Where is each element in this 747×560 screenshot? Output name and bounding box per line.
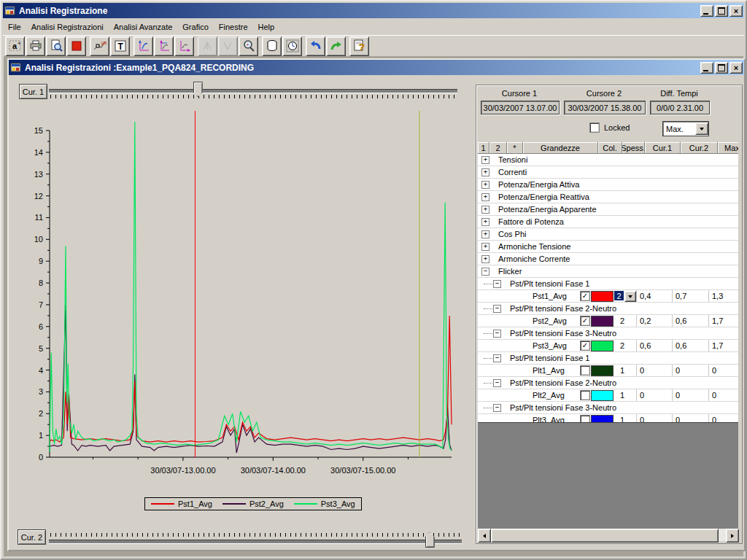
grid-header-max[interactable]: Max. xyxy=(718,142,738,154)
channel-visible-checkbox[interactable]: ✓ xyxy=(580,316,590,326)
menu-item-analisi-registrazioni[interactable]: Analisi Registrazioni xyxy=(26,20,109,34)
horizontal-scrollbar[interactable] xyxy=(478,529,739,541)
collapse-icon[interactable]: − xyxy=(493,330,501,338)
mode-dropdown[interactable]: Max. xyxy=(662,121,709,136)
main-titlebar[interactable]: Analisi Registrazione × xyxy=(3,3,744,18)
channel-visible-checkbox[interactable] xyxy=(580,390,590,400)
grid-row-pst3_avg[interactable]: Pst3_Avg✓20,60,61,7 xyxy=(478,340,738,352)
cursor1-slider-track[interactable] xyxy=(49,89,457,93)
collapse-icon[interactable]: − xyxy=(493,404,501,412)
thickness-dropdown-button[interactable] xyxy=(624,291,636,302)
channel-visible-checkbox[interactable] xyxy=(580,415,590,422)
grid-row[interactable]: +Fattore di Potenza xyxy=(478,216,738,228)
grid-row[interactable]: −Pst/Plt tensioni Fase 1 xyxy=(478,352,738,365)
cursor-tool-button[interactable]: µs xyxy=(90,36,109,56)
grid-row-pst1_avg[interactable]: Pst1_Avg✓20,40,71,3 xyxy=(478,290,738,303)
scroll-left-button[interactable] xyxy=(478,529,491,542)
grid-row[interactable]: +Potenza/Energia Apparente xyxy=(478,203,738,216)
help-button[interactable]: ? xyxy=(349,36,369,56)
grid-row[interactable]: −Pst/Plt tensioni Fase 3-Neutro xyxy=(478,327,738,340)
color-swatch[interactable] xyxy=(591,341,614,351)
color-swatch[interactable] xyxy=(591,316,614,327)
grid-row-plt1_avg[interactable]: Plt1_Avg1000 xyxy=(478,365,738,377)
channel-visible-checkbox[interactable]: ✓ xyxy=(580,291,590,301)
collapse-icon[interactable]: − xyxy=(493,305,501,313)
mode-dropdown-button[interactable] xyxy=(695,122,708,135)
grid-row[interactable]: +Potenza/Energia Attiva xyxy=(478,179,738,191)
collapse-icon[interactable]: − xyxy=(493,280,501,288)
grid-header-cur2[interactable]: Cur.2 xyxy=(681,142,718,154)
zoom-button[interactable]: + xyxy=(239,36,258,56)
color-swatch[interactable] xyxy=(591,365,614,376)
expand-icon[interactable]: + xyxy=(481,156,489,164)
axis-scale-y2-button[interactable] xyxy=(154,36,174,56)
grid-header-spess[interactable]: Spess. xyxy=(622,142,645,154)
color-swatch[interactable] xyxy=(591,291,614,302)
scrollbar-thumb[interactable] xyxy=(491,529,719,542)
child-close-button[interactable]: × xyxy=(729,62,743,74)
collapse-icon[interactable]: − xyxy=(493,354,501,362)
grid-row[interactable]: +Armoniche Corrente xyxy=(478,253,738,265)
axis-scale-x-button[interactable] xyxy=(174,36,194,56)
child-minimize-button[interactable] xyxy=(700,62,713,74)
color-swatch[interactable] xyxy=(591,390,614,401)
expand-icon[interactable]: + xyxy=(481,193,489,201)
child-titlebar[interactable]: Analisi Registrazioni :Example1_PQA824_R… xyxy=(9,60,744,75)
expand-icon[interactable]: + xyxy=(481,255,489,263)
thickness-value[interactable]: 2 xyxy=(620,316,624,325)
child-maximize-button[interactable] xyxy=(715,62,728,74)
grid-row-plt3_avg[interactable]: Plt3_Avg1000 xyxy=(478,414,738,422)
expand-icon[interactable]: + xyxy=(481,243,489,251)
expand-icon[interactable]: + xyxy=(481,230,489,238)
expand-icon[interactable]: + xyxy=(481,206,489,214)
menu-item-grafico[interactable]: Grafico xyxy=(177,20,213,34)
thickness-value-selected[interactable]: 2 xyxy=(614,291,624,300)
cursor2-slider-track[interactable] xyxy=(49,540,462,544)
grid-header-2[interactable]: 2 xyxy=(489,142,507,154)
print-button[interactable] xyxy=(26,36,45,56)
record-stop-button[interactable] xyxy=(66,36,86,56)
thickness-value[interactable]: 1 xyxy=(620,391,624,400)
thickness-value[interactable]: 1 xyxy=(620,416,624,422)
grid-row[interactable]: −Flicker xyxy=(478,265,738,278)
grid-row[interactable]: +Potenza/Energia Reattiva xyxy=(478,191,738,203)
grid-header-1[interactable]: 1 xyxy=(478,142,489,154)
expand-icon[interactable]: + xyxy=(481,218,489,226)
axis-scale-y-button[interactable] xyxy=(133,36,153,56)
grid-row[interactable]: +Armoniche Tensione xyxy=(478,241,738,253)
thickness-value[interactable]: 1 xyxy=(620,366,624,375)
minimize-button[interactable] xyxy=(700,5,713,17)
locked-control[interactable]: Locked xyxy=(589,122,630,133)
text-tool-button[interactable]: T xyxy=(110,36,130,56)
grid-header-grandezze[interactable]: Grandezze xyxy=(523,142,598,154)
expand-icon[interactable]: + xyxy=(481,168,489,176)
database-button[interactable] xyxy=(262,36,282,56)
grid-row[interactable]: +Cos Phi xyxy=(478,228,738,241)
grid-row[interactable]: −Pst/Plt tensioni Fase 1 xyxy=(478,278,738,290)
color-swatch[interactable] xyxy=(591,415,614,422)
grid-row[interactable]: −Pst/Plt tensioni Fase 3-Neutro xyxy=(478,402,738,414)
grid-header-[interactable]: * xyxy=(507,142,523,154)
text-annotation-button[interactable]: a+ xyxy=(5,36,25,56)
channel-visible-checkbox[interactable]: ✓ xyxy=(580,341,590,351)
grid-row[interactable]: −Pst/Plt tensioni Fase 2-Neutro xyxy=(478,377,738,389)
maximize-button[interactable] xyxy=(715,5,728,17)
menu-item-analisi-avanzate[interactable]: Analisi Avanzate xyxy=(109,20,178,34)
collapse-icon[interactable]: − xyxy=(481,268,489,276)
menu-item-help[interactable]: Help xyxy=(253,20,280,34)
grid-row[interactable]: −Pst/Plt tensioni Fase 2-Neutro xyxy=(478,303,738,315)
close-button[interactable]: × xyxy=(729,5,743,17)
grid-row-pst2_avg[interactable]: Pst2_Avg✓20,20,61,7 xyxy=(478,315,738,327)
channel-visible-checkbox[interactable] xyxy=(580,365,590,376)
grid-row[interactable]: +Correnti xyxy=(478,166,738,179)
scroll-right-button[interactable] xyxy=(726,529,739,542)
grid-header-cur1[interactable]: Cur.1 xyxy=(645,142,681,154)
expand-icon[interactable]: + xyxy=(481,181,489,189)
collapse-icon[interactable]: − xyxy=(493,379,501,387)
print-preview-button[interactable] xyxy=(46,36,66,56)
menu-item-file[interactable]: File xyxy=(3,20,26,34)
locked-checkbox[interactable] xyxy=(589,122,600,133)
redo-button[interactable] xyxy=(326,36,346,56)
grid-header-col[interactable]: Col. xyxy=(598,142,622,154)
thickness-value[interactable]: 2 xyxy=(620,341,624,350)
